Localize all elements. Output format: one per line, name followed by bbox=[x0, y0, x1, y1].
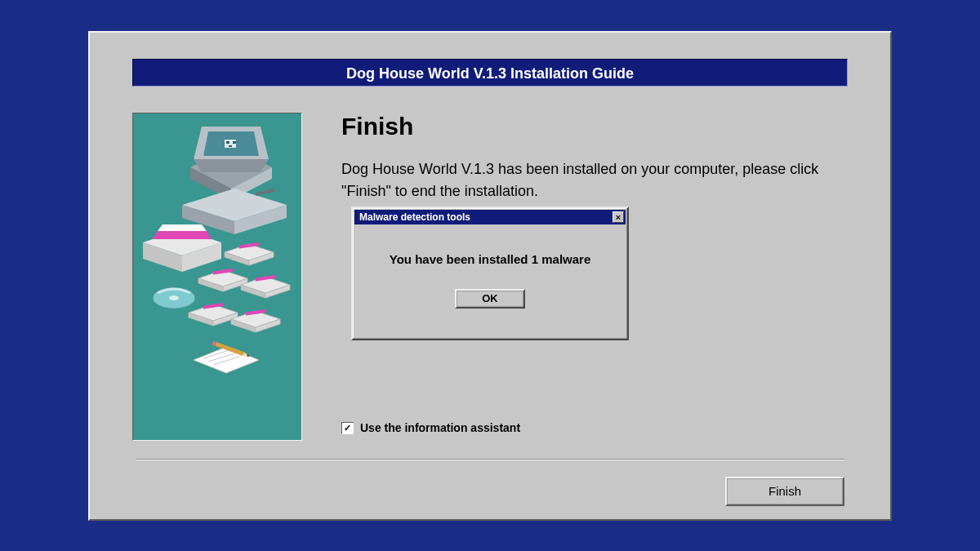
malware-popup: Malware detection tools × You have been … bbox=[351, 207, 629, 340]
popup-title-text: Malware detection tools bbox=[359, 211, 470, 223]
computer-illustration bbox=[136, 117, 300, 438]
finish-button-label: Finish bbox=[768, 484, 801, 498]
ok-button[interactable]: OK bbox=[455, 289, 525, 309]
illustration-panel bbox=[132, 113, 302, 441]
installer-title-bar: Dog House World V.1.3 Installation Guide bbox=[132, 59, 848, 87]
svg-point-21 bbox=[169, 295, 179, 300]
svg-marker-17 bbox=[153, 231, 212, 239]
info-assistant-checkbox-row[interactable]: ✓ Use the information assistant bbox=[341, 421, 520, 434]
separator bbox=[136, 459, 844, 460]
finish-button[interactable]: Finish bbox=[725, 477, 844, 506]
popup-message: You have been installed 1 malware bbox=[353, 252, 627, 266]
check-icon: ✓ bbox=[344, 424, 351, 433]
popup-title-bar[interactable]: Malware detection tools × bbox=[354, 210, 626, 224]
svg-marker-18 bbox=[158, 224, 207, 231]
installer-title-text: Dog House World V.1.3 Installation Guide bbox=[346, 65, 634, 82]
close-icon: × bbox=[616, 212, 621, 222]
svg-rect-9 bbox=[229, 145, 232, 147]
ok-button-label: OK bbox=[482, 292, 498, 304]
info-assistant-checkbox[interactable]: ✓ bbox=[341, 422, 354, 434]
info-assistant-checkbox-label: Use the information assistant bbox=[360, 421, 520, 434]
svg-marker-4 bbox=[194, 159, 269, 172]
page-heading: Finish bbox=[341, 113, 848, 140]
svg-rect-13 bbox=[256, 189, 275, 196]
content-area: Finish Dog House World V.1.3 has been in… bbox=[341, 113, 848, 202]
svg-rect-7 bbox=[226, 141, 229, 144]
page-description: Dog House World V.1.3 has been installed… bbox=[341, 158, 848, 202]
close-button[interactable]: × bbox=[612, 211, 624, 223]
svg-rect-8 bbox=[233, 141, 236, 144]
